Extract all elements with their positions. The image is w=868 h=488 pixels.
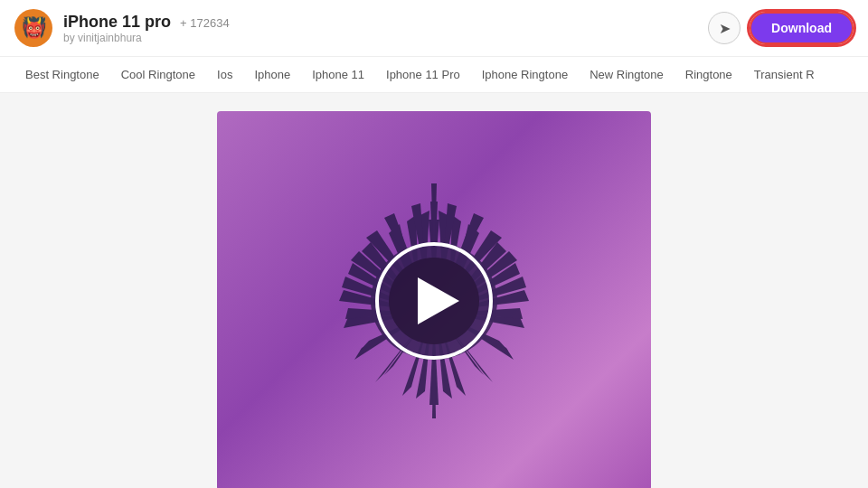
tag-ios[interactable]: Ios	[206, 64, 243, 85]
tag-new-ringtone[interactable]: New Ringtone	[579, 64, 675, 85]
download-button[interactable]: Download	[750, 12, 854, 44]
header: 👹 iPhone 11 pro + 172634 by vinitjainbhu…	[0, 0, 868, 57]
share-button[interactable]: ➤	[708, 12, 741, 44]
tag-cool-ringtone[interactable]: Cool Ringtone	[110, 64, 206, 85]
play-button[interactable]	[375, 242, 493, 360]
avatar-icon: 👹	[22, 16, 46, 40]
tags-bar: Best Ringtone Cool Ringtone Ios Iphone I…	[0, 57, 868, 93]
share-icon: ➤	[719, 20, 731, 37]
tag-iphone11pro[interactable]: Iphone 11 Pro	[375, 64, 471, 85]
tag-iphone-ringtone[interactable]: Iphone Ringtone	[471, 64, 579, 85]
tag-ringtone[interactable]: Ringtone	[675, 64, 743, 85]
thumbnail	[217, 111, 651, 488]
header-actions: ➤ Download	[708, 12, 854, 44]
title-row: iPhone 11 pro + 172634	[63, 13, 697, 32]
tag-iphone[interactable]: Iphone	[243, 64, 301, 85]
song-title: iPhone 11 pro	[63, 13, 171, 32]
play-icon	[418, 277, 459, 324]
title-block: iPhone 11 pro + 172634 by vinitjainbhura	[63, 13, 697, 44]
tag-transient[interactable]: Transient R	[743, 64, 826, 85]
main-content	[0, 93, 868, 488]
play-count: + 172634	[180, 16, 230, 30]
tag-best-ringtone[interactable]: Best Ringtone	[14, 64, 110, 85]
tag-iphone11[interactable]: Iphone 11	[301, 64, 375, 85]
avatar: 👹	[14, 9, 52, 47]
author: by vinitjainbhura	[63, 32, 697, 44]
